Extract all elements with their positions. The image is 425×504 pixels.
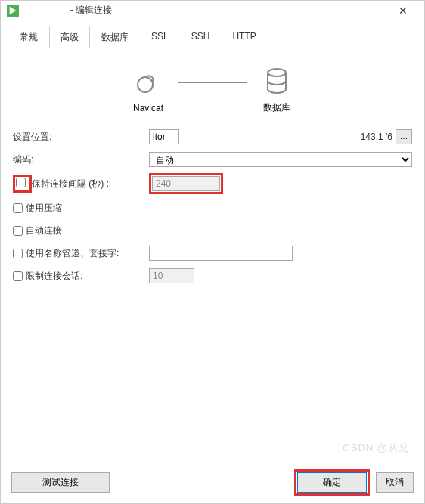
app-icon bbox=[7, 5, 19, 17]
browse-button[interactable]: ... bbox=[396, 129, 412, 144]
tab-http[interactable]: HTTP bbox=[221, 26, 267, 48]
close-icon[interactable]: ✕ bbox=[388, 5, 418, 17]
diagram-right-label: 数据库 bbox=[262, 101, 292, 114]
pipe-checkbox[interactable] bbox=[13, 249, 23, 258]
cancel-button[interactable]: 取消 bbox=[376, 472, 414, 493]
tab-database[interactable]: 数据库 bbox=[90, 26, 140, 48]
tab-general[interactable]: 常规 bbox=[8, 26, 49, 48]
pipe-label: 使用名称管道、套接字: bbox=[26, 247, 119, 260]
window-title: - 编辑连接 bbox=[25, 4, 388, 17]
tab-ssh[interactable]: SSH bbox=[180, 26, 222, 48]
location-label: 设置位置: bbox=[13, 131, 149, 144]
database-icon bbox=[262, 66, 292, 97]
highlight-ok-button: 确定 bbox=[294, 469, 370, 496]
limit-checkbox[interactable] bbox=[13, 271, 23, 281]
connection-diagram: Navicat 数据库 bbox=[1, 48, 424, 120]
tabs: 常规 高级 数据库 SSL SSH HTTP bbox=[1, 20, 424, 48]
tab-advanced[interactable]: 高级 bbox=[49, 26, 90, 48]
keepalive-checkbox[interactable] bbox=[16, 178, 26, 187]
compress-label: 使用压缩 bbox=[26, 202, 62, 215]
ok-button[interactable]: 确定 bbox=[297, 472, 367, 493]
diagram-left-label: Navicat bbox=[133, 103, 163, 113]
diagram-line bbox=[178, 82, 247, 83]
footer: 测试连接 确定 取消 bbox=[11, 469, 414, 496]
autoconnect-checkbox[interactable] bbox=[13, 226, 23, 236]
limit-input[interactable] bbox=[149, 268, 194, 283]
pipe-input[interactable] bbox=[149, 246, 293, 261]
encoding-select[interactable]: 自动 bbox=[149, 152, 412, 167]
highlight-keepalive-check bbox=[13, 175, 32, 193]
titlebar: - 编辑连接 ✕ bbox=[1, 1, 424, 20]
highlight-keepalive-input bbox=[149, 173, 223, 194]
location-input-left[interactable] bbox=[149, 129, 179, 144]
limit-label: 限制连接会话: bbox=[26, 270, 82, 283]
compress-checkbox[interactable] bbox=[13, 203, 23, 213]
watermark: CSDN @从兄 bbox=[343, 441, 409, 455]
form-area: 设置位置: 143.1 '6 ... 编码: 自动 保持连接间隔 (秒) : 使… bbox=[1, 120, 424, 297]
encoding-label: 编码: bbox=[13, 153, 149, 166]
svg-point-0 bbox=[138, 77, 153, 92]
tab-ssl[interactable]: SSL bbox=[140, 26, 180, 48]
keepalive-label: 保持连接间隔 (秒) : bbox=[32, 178, 109, 190]
location-text: 143.1 '6 bbox=[182, 131, 392, 142]
keepalive-input[interactable] bbox=[152, 176, 220, 191]
autoconnect-label: 自动连接 bbox=[26, 224, 62, 237]
svg-point-1 bbox=[268, 69, 286, 76]
test-connection-button[interactable]: 测试连接 bbox=[11, 472, 110, 493]
navicat-icon bbox=[133, 68, 163, 98]
